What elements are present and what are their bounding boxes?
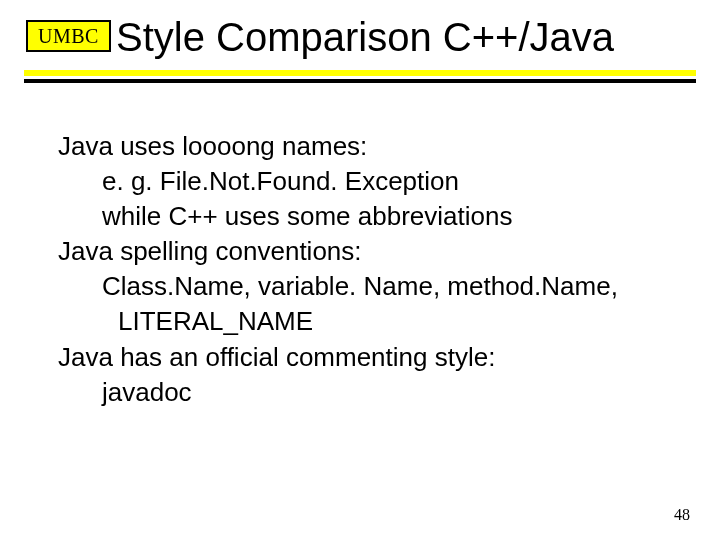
body-line: e. g. File.Not.Found. Exception	[102, 164, 662, 199]
body-line: Java has an official commenting style:	[58, 340, 662, 375]
body-line: Java uses loooong names:	[58, 129, 662, 164]
body-line: while C++ uses some abbreviations	[102, 199, 662, 234]
umbc-badge: UMBC	[26, 20, 111, 52]
divider-black	[24, 79, 696, 83]
slide-header: UMBC Style Comparison C++/Java	[0, 0, 720, 83]
body-line: Java spelling conventions:	[58, 234, 662, 269]
body-line: javadoc	[102, 375, 662, 410]
slide-body: Java uses loooong names: e. g. File.Not.…	[58, 129, 662, 410]
page-number: 48	[674, 506, 690, 524]
body-line: Class.Name, variable. Name, method.Name,	[102, 269, 662, 304]
divider-yellow	[24, 70, 696, 76]
slide: UMBC Style Comparison C++/Java Java uses…	[0, 0, 720, 540]
body-line: LITERAL_NAME	[118, 304, 662, 339]
slide-title: Style Comparison C++/Java	[116, 14, 720, 66]
